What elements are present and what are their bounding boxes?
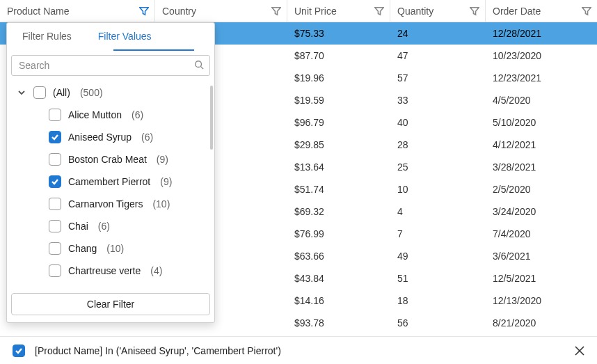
column-header-unit-price[interactable]: Unit Price <box>287 0 390 22</box>
filter-value-label: Alice Mutton <box>68 109 122 120</box>
filter-value-item[interactable]: Chartreuse verte(4) <box>11 260 213 282</box>
filter-value-item[interactable]: Aniseed Syrup(6) <box>11 126 213 148</box>
column-header-order-date[interactable]: Order Date <box>486 0 597 22</box>
filter-all-label: (All) <box>53 87 70 98</box>
chevron-down-icon[interactable] <box>17 88 26 97</box>
filter-value-count: (4) <box>150 265 162 276</box>
cell: 7/4/2020 <box>486 223 597 245</box>
column-header-quantity[interactable]: Quantity <box>390 0 486 22</box>
filter-popup: Filter Rules Filter Values (All) (500) A… <box>6 22 215 323</box>
cell: 10 <box>390 178 486 200</box>
cell: 4/12/2021 <box>486 134 597 156</box>
cell: $13.64 <box>287 156 390 178</box>
cell: $43.84 <box>287 267 390 290</box>
filter-search-box[interactable] <box>11 55 210 76</box>
filter-value-item[interactable]: Carnarvon Tigers(10) <box>11 193 213 215</box>
cell: 4 <box>390 200 486 223</box>
scrollbar[interactable] <box>210 86 213 150</box>
checkbox[interactable] <box>49 264 61 277</box>
cell: $69.32 <box>287 200 390 223</box>
tab-filter-values[interactable]: Filter Values <box>98 31 152 43</box>
grid-header: Product Name Country Unit Price Quantity… <box>0 0 597 22</box>
cell: $96.79 <box>287 111 390 134</box>
filter-icon[interactable] <box>271 6 281 16</box>
tab-underline <box>113 49 194 51</box>
cell: 10/23/2020 <box>486 45 597 67</box>
filter-value-label: Chai <box>68 221 88 232</box>
cell: $76.99 <box>287 223 390 245</box>
filter-value-item[interactable]: Boston Crab Meat(9) <box>11 148 213 171</box>
cell: 25 <box>390 156 486 178</box>
checkbox[interactable] <box>49 175 61 188</box>
cell: 18 <box>390 290 486 312</box>
filter-value-count: (10) <box>152 198 170 209</box>
cell: 12/23/2021 <box>486 67 597 89</box>
filter-enabled-checkbox[interactable] <box>13 345 25 357</box>
checkbox[interactable] <box>49 220 61 232</box>
cell: $63.66 <box>287 245 390 267</box>
filter-value-item[interactable]: Chai(6) <box>11 215 213 237</box>
cell: 33 <box>390 89 486 111</box>
column-header-country[interactable]: Country <box>155 0 287 22</box>
filter-value-label: Chartreuse verte <box>68 265 141 276</box>
filter-popup-tabs: Filter Rules Filter Values <box>7 23 214 51</box>
cell: 3/28/2021 <box>486 156 597 178</box>
filter-value-label: Chang <box>68 243 97 254</box>
filter-value-item[interactable]: Chang(10) <box>11 237 213 260</box>
close-icon[interactable] <box>573 345 586 357</box>
checkbox[interactable] <box>49 131 61 143</box>
tab-filter-rules[interactable]: Filter Rules <box>22 31 72 43</box>
cell: 24 <box>390 22 486 45</box>
svg-point-0 <box>196 61 202 67</box>
svg-line-1 <box>201 66 204 69</box>
cell: 12/5/2021 <box>486 267 597 290</box>
checkbox[interactable] <box>49 242 61 255</box>
filter-value-count: (6) <box>141 132 153 143</box>
checkbox[interactable] <box>49 109 61 121</box>
cell: $19.96 <box>287 67 390 89</box>
cell: 57 <box>390 67 486 89</box>
filter-icon[interactable] <box>470 6 479 16</box>
cell: 28 <box>390 134 486 156</box>
filter-value-count: (9) <box>157 154 168 165</box>
cell: 4/5/2020 <box>486 89 597 111</box>
cell: 49 <box>390 245 486 267</box>
clear-filter-button[interactable]: Clear Filter <box>11 293 210 315</box>
cell: 40 <box>390 111 486 134</box>
cell: 12/28/2021 <box>486 22 597 45</box>
filter-value-count: (6) <box>98 221 110 232</box>
column-header-label: Product Name <box>7 6 69 17</box>
filter-value-count: (6) <box>132 109 143 120</box>
column-header-product-name[interactable]: Product Name <box>0 0 155 22</box>
cell: 5/10/2020 <box>486 111 597 134</box>
filter-value-label: Aniseed Syrup <box>68 132 132 143</box>
cell: 8/21/2020 <box>486 312 597 334</box>
search-input[interactable] <box>19 60 194 71</box>
cell: $87.70 <box>287 45 390 67</box>
filter-icon[interactable] <box>374 6 384 16</box>
checkbox[interactable] <box>49 153 61 166</box>
filter-icon[interactable] <box>139 6 149 16</box>
filter-value-label: Carnarvon Tigers <box>68 198 143 209</box>
cell: 12/13/2020 <box>486 290 597 312</box>
column-header-label: Order Date <box>493 6 541 17</box>
filter-expression: [Product Name] In ('Aniseed Syrup', 'Cam… <box>35 345 573 356</box>
cell: $29.85 <box>287 134 390 156</box>
search-icon <box>194 60 204 72</box>
filter-search-wrap <box>7 51 214 81</box>
filter-value-label: Boston Crab Meat <box>68 154 147 165</box>
filter-values-tree: (All) (500) Alice Mutton(6)Aniseed Syrup… <box>7 81 214 287</box>
filter-all-row[interactable]: (All) (500) <box>11 81 213 104</box>
filter-value-count: (9) <box>160 176 172 187</box>
filter-value-item[interactable]: Camembert Pierrot(9) <box>11 171 213 193</box>
checkbox[interactable] <box>33 86 46 99</box>
column-header-label: Quantity <box>397 6 433 17</box>
column-header-label: Unit Price <box>294 6 337 17</box>
filter-value-item[interactable]: Alice Mutton(6) <box>11 104 213 126</box>
cell: $14.16 <box>287 290 390 312</box>
cell: $51.74 <box>287 178 390 200</box>
filter-value-count: (10) <box>106 243 124 254</box>
checkbox[interactable] <box>49 198 61 210</box>
filter-icon[interactable] <box>582 6 591 16</box>
cell: $19.59 <box>287 89 390 111</box>
